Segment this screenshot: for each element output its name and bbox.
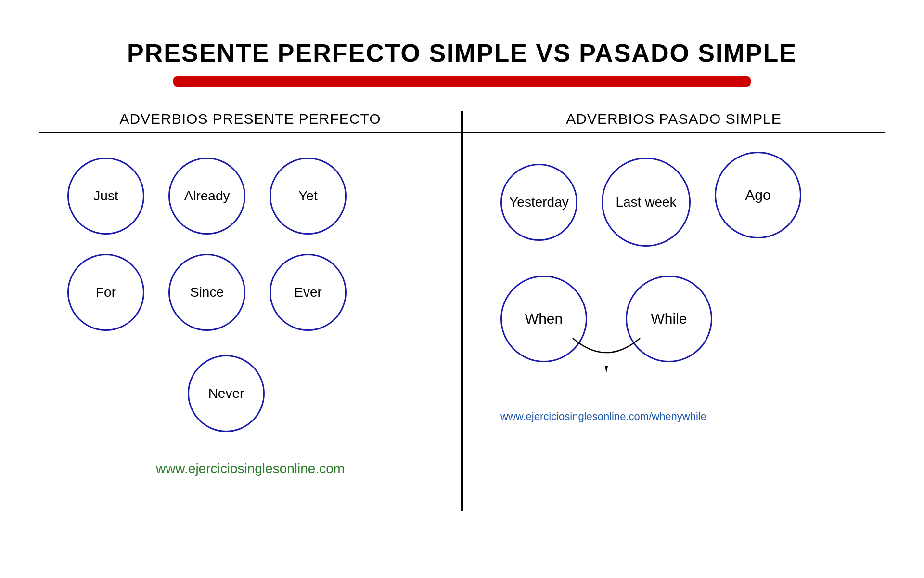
right-row-1: Yesterday Last week Ago xyxy=(500,158,801,247)
circle-just: Just xyxy=(67,158,144,235)
circle-just-label: Just xyxy=(93,188,118,204)
circle-last-week-label: Last week xyxy=(616,195,676,210)
circle-ago-label: Ago xyxy=(745,187,770,203)
circle-yesterday: Yesterday xyxy=(500,164,578,241)
circle-while-label: While xyxy=(651,311,687,327)
left-row-3: Never xyxy=(67,355,265,432)
columns-wrapper: ADVERBIOS PRESENTE PERFECTO Just Already… xyxy=(38,111,886,476)
circle-already: Already xyxy=(168,158,245,235)
circle-ago: Ago xyxy=(715,152,801,238)
left-row-1: Just Already Yet xyxy=(67,158,346,235)
circle-ever: Ever xyxy=(270,254,346,331)
circle-for-label: For xyxy=(96,285,116,300)
circle-since-label: Since xyxy=(190,285,224,300)
circle-since: Since xyxy=(168,254,245,331)
vertical-divider xyxy=(461,111,463,511)
right-column-underline xyxy=(462,132,886,133)
red-decorative-bar xyxy=(173,76,751,87)
circle-last-week: Last week xyxy=(602,158,691,247)
website-small-link: www.ejerciciosinglesonline.com/whenywhil… xyxy=(500,410,735,422)
circle-never: Never xyxy=(188,355,265,432)
left-column: ADVERBIOS PRESENTE PERFECTO Just Already… xyxy=(38,111,462,476)
right-column-heading: ADVERBIOS PASADO SIMPLE xyxy=(566,111,782,127)
circle-when-label: When xyxy=(525,311,563,327)
circle-never-label: Never xyxy=(208,386,244,401)
circle-yet-label: Yet xyxy=(298,188,317,204)
circle-yet: Yet xyxy=(270,158,346,235)
right-column: ADVERBIOS PASADO SIMPLE Yesterday Last w… xyxy=(462,111,886,476)
circle-already-label: Already xyxy=(184,188,230,204)
page-title: PRESENTE PERFECTO SIMPLE VS PASADO SIMPL… xyxy=(127,39,797,67)
left-row-2: For Since Ever xyxy=(67,254,346,331)
when-while-connector xyxy=(558,338,654,377)
left-circles-grid: Just Already Yet For Since xyxy=(38,158,462,432)
svg-marker-0 xyxy=(605,366,608,373)
circle-ever-label: Ever xyxy=(294,285,322,300)
website-main-link: www.ejerciciosinglesonline.com xyxy=(156,461,345,476)
page-container: PRESENTE PERFECTO SIMPLE VS PASADO SIMPL… xyxy=(0,0,924,578)
circle-for: For xyxy=(67,254,144,331)
left-column-underline xyxy=(38,132,462,133)
left-column-heading: ADVERBIOS PRESENTE PERFECTO xyxy=(119,111,381,127)
circle-yesterday-label: Yesterday xyxy=(509,195,569,210)
right-circles-grid: Yesterday Last week Ago When While xyxy=(462,158,886,423)
right-row-2: When While xyxy=(500,276,712,362)
